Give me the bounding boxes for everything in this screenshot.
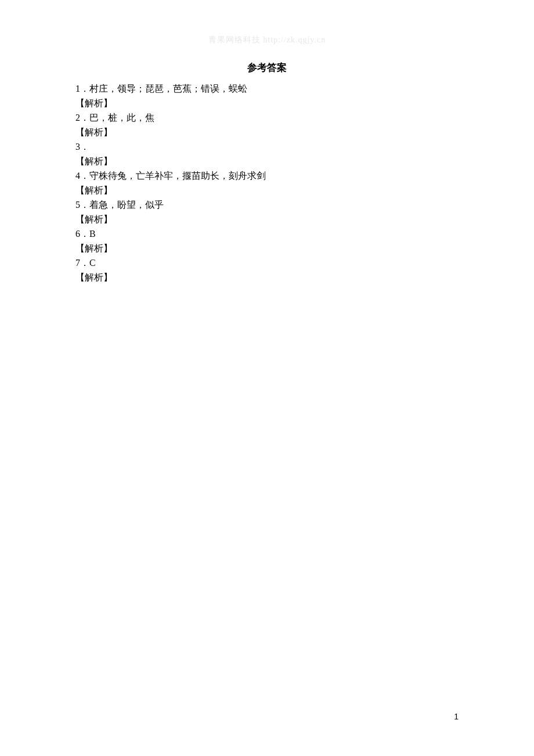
- answer-line-1: 1．村庄，领导；琵琶，芭蕉；错误，蜈蚣: [75, 81, 459, 96]
- analysis-label-5: 【解析】: [75, 212, 459, 226]
- answer-line-3: 3．: [75, 139, 459, 154]
- analysis-label-4: 【解析】: [75, 183, 459, 197]
- page-number: 1: [454, 712, 459, 721]
- answer-line-4: 4．守株待兔，亡羊补牢，揠苗助长，刻舟求剑: [75, 168, 459, 183]
- analysis-label-7: 【解析】: [75, 270, 459, 285]
- answer-line-6: 6．B: [75, 226, 459, 241]
- analysis-label-2: 【解析】: [75, 125, 459, 139]
- watermark-text: 青果网络科技 http://zk.qgjy.cn: [208, 35, 326, 45]
- answer-line-7: 7．C: [75, 255, 459, 270]
- analysis-label-6: 【解析】: [75, 241, 459, 255]
- analysis-label-1: 【解析】: [75, 96, 459, 110]
- answer-line-2: 2．巴，桩，此，焦: [75, 110, 459, 125]
- document-title: 参考答案: [75, 61, 459, 74]
- answer-line-5: 5．着急，盼望，似乎: [75, 197, 459, 212]
- analysis-label-3: 【解析】: [75, 154, 459, 168]
